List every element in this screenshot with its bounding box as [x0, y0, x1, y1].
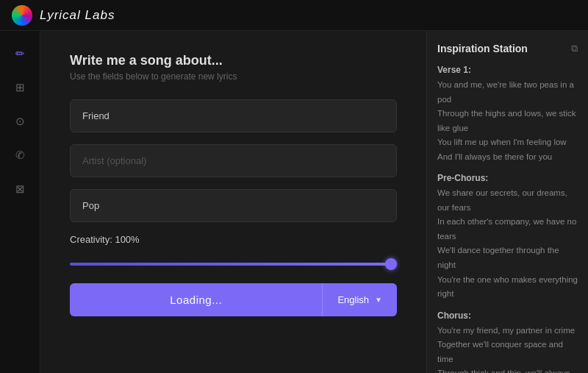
language-label: English [337, 294, 369, 305]
slider-thumb [385, 258, 397, 270]
logo-text: Lyrical Labs [40, 8, 115, 23]
chorus-label: Chorus: [437, 310, 578, 321]
logo: Lyrical Labs [12, 5, 115, 26]
chorus-line3: Through thick and thin, we'll always shi… [437, 366, 578, 373]
chevron-down-icon: ▼ [375, 296, 382, 304]
copy-icon[interactable]: ⧉ [571, 43, 578, 54]
verse1-label: Verse 1: [437, 65, 578, 75]
prechorus-label: Pre-Chorus: [437, 173, 578, 183]
verse1-line2: Through the highs and lows, we stick lik… [437, 107, 578, 135]
lyrics-chorus: Chorus: You're my friend, my partner in … [437, 310, 578, 373]
left-panel: Write me a song about... Use the fields … [40, 31, 426, 373]
inspiration-header: Inspiration Station ⧉ [437, 43, 578, 54]
inspiration-panel: Inspiration Station ⧉ Verse 1: You and m… [426, 31, 588, 373]
section-subtitle: Use the fields below to generate new lyr… [70, 71, 397, 82]
language-selector[interactable]: English ▼ [322, 283, 397, 316]
topic-input[interactable] [70, 99, 397, 132]
prechorus-line3: We'll dance together through the night [437, 244, 578, 272]
sidebar-item-phone[interactable]: ✆ [12, 147, 28, 163]
creativity-label: Creativity: 100% [70, 234, 397, 245]
bottom-row: Loading... English ▼ [70, 283, 397, 316]
generate-button[interactable]: Loading... [70, 283, 322, 316]
chorus-line1: You're my friend, my partner in crime [437, 324, 578, 338]
sidebar-item-pencil[interactable]: ✏ [12, 46, 28, 62]
sidebar: ✏ ⊞ ⊙ ✆ ⊠ [0, 31, 40, 373]
artist-input[interactable] [70, 144, 397, 177]
prechorus-line4: You're the one who makes everything righ… [437, 273, 578, 302]
slider-fill [70, 263, 397, 266]
slider-track [70, 263, 397, 266]
sidebar-item-user[interactable]: ⊙ [12, 113, 28, 129]
logo-icon [12, 5, 32, 26]
lyrics-prechorus: Pre-Chorus: We share our secrets, our dr… [437, 173, 578, 301]
verse1-line3: You lift me up when I'm feeling low [437, 135, 578, 150]
inspiration-title: Inspiration Station [437, 43, 528, 54]
sidebar-item-document[interactable]: ⊞ [12, 79, 28, 96]
prechorus-line1: We share our secrets, our dreams, our fe… [437, 186, 578, 215]
prechorus-line2: In each other's company, we have no tear… [437, 215, 578, 244]
creativity-slider-container[interactable] [70, 257, 397, 271]
header: Lyrical Labs [0, 0, 588, 31]
main-layout: ✏ ⊞ ⊙ ✆ ⊠ Write me a song about... Use t… [0, 31, 588, 373]
verse1-line4: And I'll always be there for you [437, 150, 578, 165]
chorus-line2: Together we'll conquer space and time [437, 338, 578, 366]
verse1-line1: You and me, we're like two peas in a pod [437, 78, 578, 107]
content-area: Write me a song about... Use the fields … [40, 31, 588, 373]
section-title: Write me a song about... [70, 53, 397, 68]
genre-input[interactable] [70, 189, 397, 222]
lyrics-verse1: Verse 1: You and me, we're like two peas… [437, 65, 578, 164]
sidebar-item-cart[interactable]: ⊠ [12, 181, 28, 197]
